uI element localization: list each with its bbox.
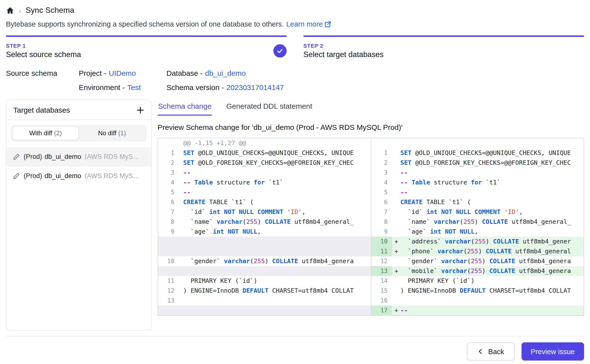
chevron-left-icon — [477, 348, 484, 355]
diff-row: 8 `name` varchar(255) COLLATE utf8mb4_ge… — [371, 217, 584, 227]
back-button[interactable]: Back — [467, 342, 515, 361]
diff-row: 12 `gender` varchar(255) COLLATE utf8mb4… — [371, 256, 584, 266]
step-1-complete-check-icon — [273, 44, 287, 57]
diff-row: 1SET @OLD_UNIQUE_CHECKS=@@UNIQUE_CHECKS,… — [158, 148, 371, 158]
diff-row — [371, 138, 584, 148]
target-databases-panel: Target databases With diff (2) No diff (… — [6, 99, 152, 331]
target-databases-header: Target databases — [6, 100, 151, 120]
stepper: STEP 1 Select source schema STEP 2 Selec… — [6, 35, 584, 60]
diff-row: 2SET @OLD_FOREIGN_KEY_CHECKS=@@FOREIGN_K… — [371, 158, 584, 168]
schema-version-link[interactable]: 20230317014147 — [226, 83, 284, 91]
preview-title: Preview Schema change for 'db_ui_demo (P… — [158, 123, 584, 131]
diff-row: 15) ENGINE=InnoDB DEFAULT CHARSET=utf8mb… — [371, 286, 584, 296]
diff-row: 13 — [158, 296, 371, 305]
tab-with-diff[interactable]: With diff (2) — [12, 126, 79, 140]
edit-pencil-icon — [13, 172, 20, 180]
diff-row: 4-- Table structure for `t1` — [371, 178, 584, 187]
source-schema-version: Schema version - 20230317014147 — [166, 83, 584, 91]
db-name: db_ui_demo — [45, 172, 81, 180]
diff-pane-left: @@ -1,15 +1,27 @@1SET @OLD_UNIQUE_CHECKS… — [158, 138, 371, 315]
environment-label: Environment - — [79, 83, 125, 91]
diff-row: 5-- — [371, 187, 584, 197]
target-database-item-1[interactable]: (Prod) db_ui_demo (AWS RDS MyS… — [6, 147, 151, 166]
intro-text-row: Bytebase supports synchronizing a specif… — [6, 20, 584, 28]
schema-diff-viewer[interactable]: @@ -1,15 +1,27 @@1SET @OLD_UNIQUE_CHECKS… — [158, 138, 584, 316]
diff-row — [158, 237, 371, 246]
diff-row — [158, 305, 371, 315]
db-instance-suffix: (AWS RDS MyS… — [85, 153, 140, 160]
diff-row: 17+-- — [371, 305, 584, 315]
breadcrumb: › Sync Schema — [6, 4, 584, 17]
step-1-kicker: STEP 1 — [6, 43, 81, 48]
back-button-label: Back — [488, 348, 504, 355]
diff-row: 2SET @OLD_FOREIGN_KEY_CHECKS=@@FOREIGN_K… — [158, 158, 371, 168]
diff-row: 16 — [371, 296, 584, 305]
diff-row: 11 PRIMARY KEY (`id`) — [158, 276, 371, 286]
intro-text: Bytebase supports synchronizing a specif… — [6, 20, 284, 28]
learn-more-label: Learn more — [286, 20, 323, 28]
source-environment: Environment - Test — [79, 83, 166, 91]
plus-icon — [136, 106, 144, 114]
diff-row: 9 `age` int NOT NULL, — [371, 227, 584, 237]
diff-row: @@ -1,15 +1,27 @@ — [158, 138, 371, 148]
tab-schema-change[interactable]: Schema change — [158, 100, 212, 116]
diff-row: 12) ENGINE=InnoDB DEFAULT CHARSET=utf8mb… — [158, 286, 371, 296]
diff-pane-right: 1SET @OLD_UNIQUE_CHECKS=@@UNIQUE_CHECKS,… — [371, 138, 584, 315]
schema-preview-panel: Schema change Generated DDL statement Pr… — [158, 99, 584, 331]
tab-no-diff[interactable]: No diff (1) — [79, 126, 145, 140]
database-label: Database - — [166, 69, 203, 77]
db-instance-suffix: (AWS RDS MyS… — [85, 172, 140, 180]
step-2-progress-bar — [303, 35, 584, 37]
preview-tabs: Schema change Generated DDL statement — [158, 100, 584, 116]
diff-row: 7 `id` int NOT NULL COMMENT 'ID', — [158, 207, 371, 217]
db-environment-badge: (Prod) — [24, 172, 42, 180]
diff-row: 3-- — [371, 168, 584, 178]
diff-row: 6CREATE TABLE `t1` ( — [158, 197, 371, 207]
step-1: STEP 1 Select source schema — [6, 35, 287, 60]
db-environment-badge: (Prod) — [24, 153, 42, 160]
diff-filter-tabs: With diff (2) No diff (1) — [11, 125, 147, 142]
breadcrumb-chevron-icon: › — [19, 6, 21, 15]
step-1-label: Select source schema — [6, 50, 81, 59]
diff-row — [158, 266, 371, 276]
step-2: STEP 2 Select target databases — [303, 35, 584, 60]
diff-row: 11+ `phone` varchar(255) COLLATE utf8mb4… — [371, 246, 584, 256]
database-link[interactable]: db_ui_demo — [205, 69, 246, 77]
preview-issue-button[interactable]: Preview issue — [521, 342, 584, 361]
sync-schema-page: › Sync Schema Bytebase supports synchron… — [0, 0, 590, 364]
add-target-database-button[interactable] — [136, 106, 144, 114]
diff-row: 8 `name` varchar(255) COLLATE utf8mb4_ge… — [158, 217, 371, 227]
step-2-label: Select target databases — [303, 50, 384, 59]
step-2-kicker: STEP 2 — [303, 43, 384, 48]
target-database-item-2[interactable]: (Prod) db_ui_demo (AWS RDS MyS… — [6, 166, 151, 185]
learn-more-link[interactable]: Learn more — [286, 20, 331, 28]
diff-row: 9 `age` int NOT NULL, — [158, 227, 371, 237]
tab-no-diff-label: No diff — [98, 129, 116, 137]
diff-row — [158, 246, 371, 256]
edit-pencil-icon — [13, 153, 20, 160]
diff-row: 14 PRIMARY KEY (`id`) — [371, 276, 584, 286]
footer-actions: Back Preview issue — [6, 336, 584, 361]
main-content: Target databases With diff (2) No diff (… — [6, 99, 584, 331]
project-label: Project - — [79, 69, 106, 77]
diff-row: 7 `id` int NOT NULL COMMENT 'ID', — [371, 207, 584, 217]
diff-row: 4-- Table structure for `t1` — [158, 178, 371, 187]
target-database-list: (Prod) db_ui_demo (AWS RDS MyS… (Prod) d… — [6, 147, 151, 185]
page-title: Sync Schema — [26, 6, 74, 15]
step-1-progress-bar — [6, 35, 287, 37]
project-link[interactable]: UIDemo — [109, 69, 136, 77]
tab-no-diff-count: (1) — [118, 129, 126, 137]
target-databases-title: Target databases — [13, 106, 70, 114]
tab-generated-ddl[interactable]: Generated DDL statement — [226, 100, 313, 116]
tab-with-diff-label: With diff — [29, 129, 52, 137]
environment-link[interactable]: Test — [127, 83, 141, 91]
diff-row: 6CREATE TABLE `t1` ( — [371, 197, 584, 207]
diff-row: 10+ `address` varchar(255) COLLATE utf8m… — [371, 237, 584, 246]
home-icon[interactable] — [6, 6, 14, 15]
source-schema-summary: Source schema Project - UIDemo Database … — [6, 69, 584, 91]
db-name: db_ui_demo — [45, 153, 81, 160]
diff-row: 13+ `mobile` varchar(255) COLLATE utf8mb… — [371, 266, 584, 276]
diff-row: 10 `gender` varchar(255) COLLATE utf8mb4… — [158, 256, 371, 266]
source-schema-label: Source schema — [6, 69, 79, 77]
external-link-icon — [325, 21, 331, 27]
